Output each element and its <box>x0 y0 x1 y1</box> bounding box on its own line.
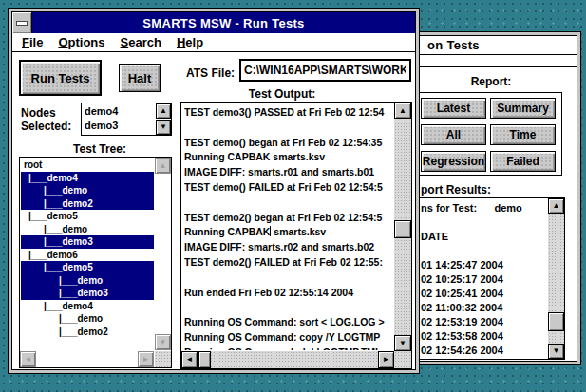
up-arrow-icon: ▲ <box>160 107 167 115</box>
tree-item[interactable]: |___demo <box>21 312 154 326</box>
summary-report-button[interactable]: Summary <box>490 98 556 119</box>
output-scroll-down-button[interactable]: ▼ <box>394 335 411 351</box>
tree-item[interactable]: |___demo5 <box>21 261 154 274</box>
report-result-line <box>421 244 546 258</box>
failed-report-button[interactable]: Failed <box>490 151 556 172</box>
report-result-line: ns for Test: demo <box>421 201 546 215</box>
menu-item-help[interactable]: Help <box>177 35 203 49</box>
nodes-list-item[interactable]: demo3 <box>82 119 155 133</box>
right-arrow-icon: ► <box>383 356 390 364</box>
output-line <box>184 271 392 286</box>
output-line: Running OS Command: sort < LOG.LOG > <box>184 315 392 330</box>
all-report-button[interactable]: All <box>421 124 486 145</box>
main-titlebar[interactable]: SMARTS MSW - Run Tests <box>12 12 415 33</box>
system-menu-button[interactable] <box>12 12 32 33</box>
nodes-scroll-down-button[interactable]: ▼ <box>156 120 171 135</box>
report-buttons-grid: LatestSummaryAllTimeRegressionFailed <box>421 98 556 172</box>
tree-item[interactable]: |___demo2 <box>21 197 154 211</box>
output-line: TEST demo() FAILED at Fri Feb 02 12:54:5 <box>184 180 392 196</box>
output-line: TEST demo() began at Fri Feb 02 12:54:35 <box>184 136 392 151</box>
tree-scroll-right-button[interactable]: ► <box>138 351 154 367</box>
tree-scroll-up-button[interactable]: ▲ <box>155 158 171 174</box>
halt-button[interactable]: Halt <box>119 64 161 92</box>
test-tree-label: Test Tree: <box>47 142 152 156</box>
results-scroll-down-button[interactable]: ▼ <box>548 344 564 359</box>
nodes-scroll-up-button[interactable]: ▲ <box>156 103 171 119</box>
down-arrow-icon: ▼ <box>160 339 167 346</box>
report-result-line: DATE <box>421 230 546 244</box>
output-lines: TEST demo3() PASSED at Fri Feb 02 12:54 … <box>184 105 392 350</box>
ats-file-input[interactable] <box>239 59 411 82</box>
regression-report-button[interactable]: Regression <box>421 151 486 172</box>
up-arrow-icon: ▲ <box>399 107 406 115</box>
output-line: TEST demo2() began at Fri Feb 02 12:54:5 <box>184 211 392 226</box>
down-arrow-icon: ▼ <box>553 347 560 355</box>
results-scroll-up-button[interactable]: ▲ <box>548 198 564 214</box>
nodes-listbox[interactable]: demo4demo3 ▲ ▼ <box>81 103 172 136</box>
tree-scroll-down-button[interactable]: ▼ <box>155 334 171 350</box>
main-window-title: SMARTS MSW - Run Tests <box>32 16 415 30</box>
tree-item[interactable]: |___demo4 <box>21 172 154 185</box>
output-line: IMAGE DIFF: smarts.r02 and smarts.b02 <box>184 240 392 255</box>
report-result-line: 02 10:25:41 2004 <box>421 287 546 301</box>
tree-item[interactable]: |___demo5 <box>21 210 154 223</box>
output-scrollbar-corner <box>394 351 411 368</box>
report-result-line <box>421 215 546 230</box>
output-scroll-left-button[interactable]: ◄ <box>181 351 198 368</box>
output-line <box>184 121 392 136</box>
menu-item-search[interactable]: Search <box>121 35 161 49</box>
left-arrow-icon: ◄ <box>25 356 32 364</box>
output-line: Run ended Fri Feb 02 12:55:14 2004 <box>184 286 392 301</box>
report-window-titlebar[interactable]: on Tests <box>420 36 577 55</box>
output-line <box>184 196 392 211</box>
report-window-title: on Tests <box>427 38 577 52</box>
output-line: Running CAPBAK smarts.ksv <box>184 150 392 165</box>
down-arrow-icon: ▼ <box>399 340 406 347</box>
tree-item[interactable]: |___demo <box>21 274 154 288</box>
tree-item[interactable]: |___demo4 <box>21 300 154 313</box>
down-arrow-icon: ▼ <box>160 123 167 131</box>
desktop: on Tests Report: LatestSummaryAllTimeReg… <box>0 0 586 392</box>
output-line: TEST demo2() FAILED at Fri Feb 02 12:55: <box>184 255 392 271</box>
output-line: IMAGE DIFF: smarts.r01 and smarts.b01 <box>184 165 392 180</box>
tree-scroll-left-button[interactable]: ◄ <box>20 351 36 367</box>
output-vscroll-thumb[interactable] <box>394 220 411 238</box>
menu-item-options[interactable]: Options <box>58 35 104 49</box>
report-window-client: Report: LatestSummaryAllTimeRegressionFa… <box>420 67 577 361</box>
tree-scrollbar-corner <box>155 351 171 367</box>
tree-item[interactable]: |___demo3 <box>21 287 154 300</box>
nodes-label-line1: Nodes <box>21 106 56 120</box>
test-output-box[interactable]: TEST demo3() PASSED at Fri Feb 02 12:54 … <box>180 102 412 369</box>
tree-item[interactable]: root <box>21 159 154 172</box>
menu-item-file[interactable]: File <box>22 35 43 49</box>
output-hscroll-track[interactable] <box>181 351 394 368</box>
report-result-line: 01 14:25:47 2004 <box>421 258 546 272</box>
output-line: Running OS Command: del LOGTMP.TMI <box>184 345 392 350</box>
report-results-label: port Results: <box>421 183 491 196</box>
nodes-label-line2: Selected: <box>21 120 71 133</box>
latest-report-button[interactable]: Latest <box>421 98 486 119</box>
tree-item[interactable]: |___demo6 <box>21 249 154 262</box>
tree-item[interactable]: |___demo <box>21 184 154 197</box>
report-window-menubar <box>420 55 577 67</box>
system-menu-dash-icon <box>16 21 28 26</box>
run-tests-button[interactable]: Run Tests <box>19 60 102 96</box>
ats-file-label: ATS File: <box>186 66 235 80</box>
report-results-listbox[interactable]: ns for Test: demo DATE 01 14:25:47 20040… <box>420 197 565 360</box>
report-window: on Tests Report: LatestSummaryAllTimeReg… <box>415 31 581 365</box>
test-tree-listbox[interactable]: root|___demo4|___demo|___demo2|___demo5|… <box>19 157 172 368</box>
up-arrow-icon: ▲ <box>160 162 167 170</box>
output-hscroll-thumb[interactable] <box>198 351 211 368</box>
time-report-button[interactable]: Time <box>490 124 556 145</box>
tree-item[interactable]: |___demo3 <box>21 235 154 249</box>
output-line: Running CAPBAK smarts.ksv <box>184 225 392 240</box>
tree-item[interactable]: |___demo2 <box>21 326 154 339</box>
nodes-list-item[interactable]: demo4 <box>82 104 155 119</box>
tree-rows: root|___demo4|___demo|___demo2|___demo5|… <box>21 159 154 350</box>
results-scrollbar-track[interactable] <box>548 198 564 359</box>
report-result-line: 02 11:00:32 2004 <box>421 301 546 315</box>
output-scroll-right-button[interactable]: ► <box>378 351 394 368</box>
tree-item[interactable]: |___demo <box>21 223 154 236</box>
results-scrollbar-thumb[interactable] <box>548 312 564 331</box>
output-scroll-up-button[interactable]: ▲ <box>394 103 411 119</box>
